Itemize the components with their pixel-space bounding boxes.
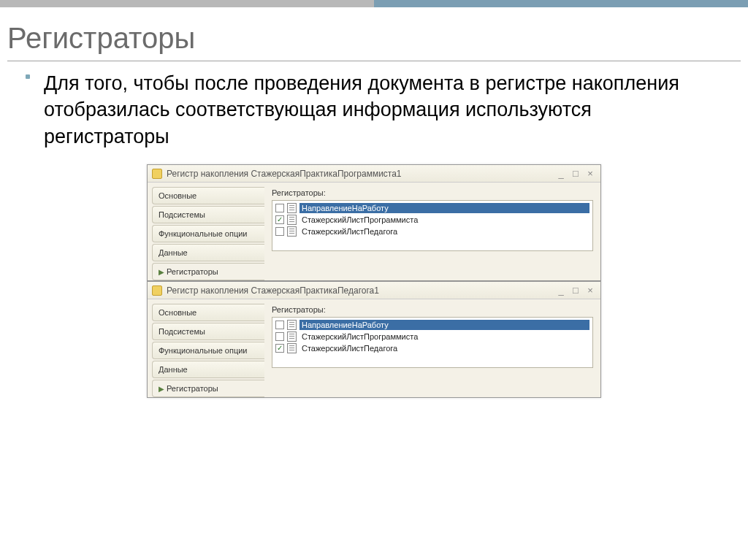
window-body: Основные Подсистемы Функциональные опции… (148, 299, 600, 397)
list-item[interactable]: СтажерскийЛистПрограммиста (274, 331, 591, 342)
checkbox[interactable] (275, 321, 284, 329)
window-register-programmer: Регистр накопления СтажерскаяПрактикаПро… (147, 164, 601, 281)
list-item[interactable]: НаправлениеНаРаботу (274, 202, 591, 214)
item-label: СтажерскийЛистПрограммиста (299, 215, 589, 225)
close-button[interactable]: × (584, 168, 596, 179)
tab-content: Регистраторы: НаправлениеНаРаботу Стажер… (264, 299, 600, 397)
document-icon (287, 331, 297, 342)
tab-main[interactable]: Основные (152, 304, 264, 321)
window-register-teacher: Регистр накопления СтажерскаяПрактикаПед… (147, 281, 601, 398)
list-item[interactable]: СтажерскийЛистПедагога (274, 226, 591, 237)
tab-registrators[interactable]: ▶Регистраторы (152, 380, 264, 397)
register-icon (152, 285, 162, 296)
titlebar[interactable]: Регистр накопления СтажерскаяПрактикаПро… (148, 165, 600, 183)
checkbox[interactable] (275, 344, 284, 353)
body-text-content: Для того, чтобы после проведения докумен… (44, 72, 679, 147)
titlebar[interactable]: Регистр накопления СтажерскаяПрактикаПед… (148, 282, 600, 299)
checkbox[interactable] (275, 332, 284, 341)
tab-content: Регистраторы: НаправлениеНаРаботу Стажер… (264, 183, 600, 280)
item-label: НаправлениеНаРаботу (299, 320, 589, 330)
checkbox[interactable] (275, 204, 284, 212)
document-icon (287, 226, 297, 237)
window-title: Регистр накопления СтажерскаяПрактикаПед… (167, 285, 551, 296)
tab-subsystems[interactable]: Подсистемы (152, 206, 264, 223)
active-arrow-icon: ▶ (159, 385, 164, 393)
sidebar-tabs: Основные Подсистемы Функциональные опции… (148, 183, 264, 280)
minimize-button[interactable]: _ (555, 285, 567, 296)
slide-top-border (0, 0, 748, 7)
list-item[interactable]: СтажерскийЛистПрограммиста (274, 214, 591, 226)
tab-functional-options[interactable]: Функциональные опции (152, 342, 264, 359)
active-arrow-icon: ▶ (159, 268, 164, 276)
tab-data[interactable]: Данные (152, 244, 264, 261)
list-item[interactable]: СтажерскийЛистПедагога (274, 342, 591, 354)
window-title: Регистр накопления СтажерскаяПрактикаПро… (167, 169, 551, 179)
document-icon (287, 343, 297, 353)
minimize-button[interactable]: _ (555, 168, 567, 179)
checkbox[interactable] (275, 227, 284, 236)
bullet-icon (26, 74, 30, 79)
slide-body: Для того, чтобы после проведения докумен… (0, 61, 748, 150)
item-label: СтажерскийЛистПедагога (299, 343, 589, 353)
maximize-button[interactable]: □ (570, 285, 581, 296)
tab-subsystems[interactable]: Подсистемы (152, 323, 264, 340)
tab-main[interactable]: Основные (152, 187, 264, 204)
item-label: СтажерскийЛистПедагога (299, 226, 589, 237)
content-label: Регистраторы: (272, 188, 593, 197)
registrators-list: НаправлениеНаРаботу СтажерскийЛистПрогра… (272, 200, 593, 251)
windows-container: Регистр накопления СтажерскаяПрактикаПро… (147, 164, 601, 398)
window-controls: _ □ × (555, 168, 596, 179)
document-icon (287, 215, 297, 225)
slide: Регистраторы Для того, чтобы после прове… (0, 0, 748, 560)
item-label: СтажерскийЛистПрограммиста (299, 331, 589, 342)
tab-functional-options[interactable]: Функциональные опции (152, 225, 264, 242)
checkbox[interactable] (275, 215, 284, 224)
document-icon (287, 203, 297, 213)
list-item[interactable]: НаправлениеНаРаботу (274, 319, 591, 331)
document-icon (287, 320, 297, 330)
tab-data[interactable]: Данные (152, 361, 264, 378)
content-label: Регистраторы: (272, 305, 593, 314)
window-controls: _ □ × (555, 285, 596, 296)
tab-registrators[interactable]: ▶Регистраторы (152, 263, 264, 280)
register-icon (152, 169, 162, 179)
sidebar-tabs: Основные Подсистемы Функциональные опции… (148, 299, 264, 397)
close-button[interactable]: × (584, 285, 596, 296)
window-body: Основные Подсистемы Функциональные опции… (148, 183, 600, 280)
item-label: НаправлениеНаРаботу (299, 203, 589, 213)
registrators-list: НаправлениеНаРаботу СтажерскийЛистПрогра… (272, 317, 593, 368)
maximize-button[interactable]: □ (570, 168, 581, 179)
slide-heading: Регистраторы (0, 7, 748, 55)
